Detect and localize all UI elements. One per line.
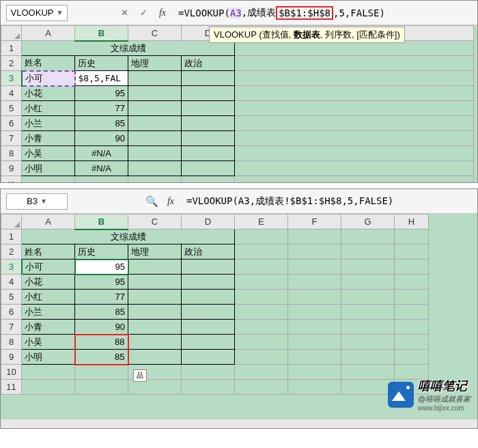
row-header-3[interactable]: 3 [1,71,22,86]
col-header-c[interactable]: C [128,214,182,229]
cell-a5[interactable]: 小红 [22,101,75,116]
row-header-7[interactable]: 7 [1,131,22,146]
empty-cell[interactable] [235,56,474,71]
cell-b8[interactable]: #N/A [75,146,128,161]
col-header-a[interactable]: A [22,214,75,229]
row-header-6[interactable]: 6 [1,305,22,320]
cell-b4[interactable]: 95 [75,86,128,101]
empty-cell[interactable] [235,86,474,101]
col-header-c[interactable]: C [128,26,182,41]
name-box[interactable]: B3 ▼ [6,193,68,210]
row-header-8[interactable]: 8 [1,335,22,350]
cell-c5[interactable] [128,290,182,305]
cell-d9[interactable] [182,161,235,176]
cell-d5[interactable] [182,290,235,305]
cell-b9[interactable]: #N/A [75,161,128,176]
header-pol[interactable]: 政治 [182,56,235,71]
cell-d9[interactable] [182,350,235,365]
cell-c7[interactable] [128,131,182,146]
horizontal-scrollbar[interactable] [1,419,477,428]
fx-icon[interactable]: fx [155,5,170,20]
cell-d7[interactable] [182,320,235,335]
col-header-e[interactable]: E [235,214,288,229]
col-header-g[interactable]: G [341,214,395,229]
header-geo[interactable]: 地理 [128,244,182,260]
row-header-7[interactable]: 7 [1,320,22,335]
cell-c3[interactable] [128,260,182,275]
row-header-5[interactable]: 5 [1,290,22,305]
empty-cell[interactable] [235,116,474,131]
cell-a4[interactable]: 小花 [22,86,75,101]
cell-b5[interactable]: 77 [75,101,128,116]
empty-cell[interactable] [235,161,474,176]
header-pol[interactable]: 政治 [182,244,235,260]
row-header-5[interactable]: 5 [1,101,22,116]
cell-a7[interactable]: 小青 [22,131,75,146]
formula-input[interactable]: =VLOOKUP(A3,成绩表!$B$1:$H$8,5,FALSE) [182,193,472,210]
cell-d8[interactable] [182,146,235,161]
header-name[interactable]: 姓名 [22,56,75,71]
cell-a3[interactable]: 小可 [22,71,75,86]
cell-a5[interactable]: 小红 [22,290,75,305]
cell-c9[interactable] [128,161,182,176]
row-header-10[interactable]: 10 [1,176,22,183]
row-header-4[interactable]: 4 [1,275,22,290]
cell-c8[interactable] [128,335,182,350]
row-header-9[interactable]: 9 [1,161,22,176]
fx-icon[interactable]: fx [163,194,178,209]
cell-d5[interactable] [182,101,235,116]
title-cell[interactable]: 文综成绩 [22,41,235,56]
cell-c3[interactable] [128,71,182,86]
col-header-b[interactable]: B [75,26,128,41]
cell-a3[interactable]: 小可 [22,260,75,275]
cell-d3[interactable] [182,71,235,86]
cell-b7[interactable]: 90 [75,320,128,335]
cell-a9[interactable]: 小明 [22,350,75,365]
cell-c6[interactable] [128,305,182,320]
zoom-icon[interactable]: 🔍 [144,194,159,209]
cell-d6[interactable] [182,305,235,320]
cell-c7[interactable] [128,320,182,335]
row-header-3[interactable]: 3 [1,260,22,275]
cell-a6[interactable]: 小兰 [22,305,75,320]
confirm-icon[interactable]: ✓ [136,5,151,20]
cell-c8[interactable] [128,146,182,161]
empty-cell[interactable] [235,101,474,116]
col-header-a[interactable]: A [22,26,75,41]
row-header-8[interactable]: 8 [1,146,22,161]
cell-b6[interactable]: 85 [75,305,128,320]
cell-b8-highlight[interactable]: 88 [75,335,128,350]
row-header-4[interactable]: 4 [1,86,22,101]
row-header-2[interactable]: 2 [1,244,22,260]
empty-cell[interactable] [235,146,474,161]
row-header-2[interactable]: 2 [1,56,22,71]
cell-b3-editing[interactable]: $8,5,FAL [75,71,128,86]
cell-d3[interactable] [182,260,235,275]
cell-b9-highlight[interactable]: 85 [75,350,128,365]
cell-b6[interactable]: 85 [75,116,128,131]
cell-a8[interactable]: 小吴 [22,335,75,350]
select-all-corner[interactable] [1,214,22,229]
cell-c4[interactable] [128,86,182,101]
cell-d7[interactable] [182,131,235,146]
cell-d4[interactable] [182,86,235,101]
cell-b7[interactable]: 90 [75,131,128,146]
cell-b4[interactable]: 95 [75,275,128,290]
formula-input[interactable]: =VLOOKUP(A3,成绩表$B$1:$H$8,5,FALSE) [174,5,472,21]
header-history[interactable]: 历史 [75,56,128,71]
title-cell[interactable]: 文综成绩 [22,229,235,244]
cell-d4[interactable] [182,275,235,290]
cell-a8[interactable]: 小吴 [22,146,75,161]
cell-c4[interactable] [128,275,182,290]
row-header-1[interactable]: 1 [1,41,22,56]
cell-d8[interactable] [182,335,235,350]
select-all-corner[interactable] [1,26,22,41]
cell-c6[interactable] [128,116,182,131]
row-header-10[interactable]: 10 [1,365,22,380]
row-header-1[interactable]: 1 [1,229,22,244]
row-header-6[interactable]: 6 [1,116,22,131]
cell-a9[interactable]: 小明 [22,161,75,176]
worksheet-area[interactable]: A B C D 1 文综成绩 2 姓名 历史 地理 政治 3 小可 [1,25,477,182]
cell-a7[interactable]: 小青 [22,320,75,335]
paste-options-icon[interactable]: 品 [133,369,147,382]
